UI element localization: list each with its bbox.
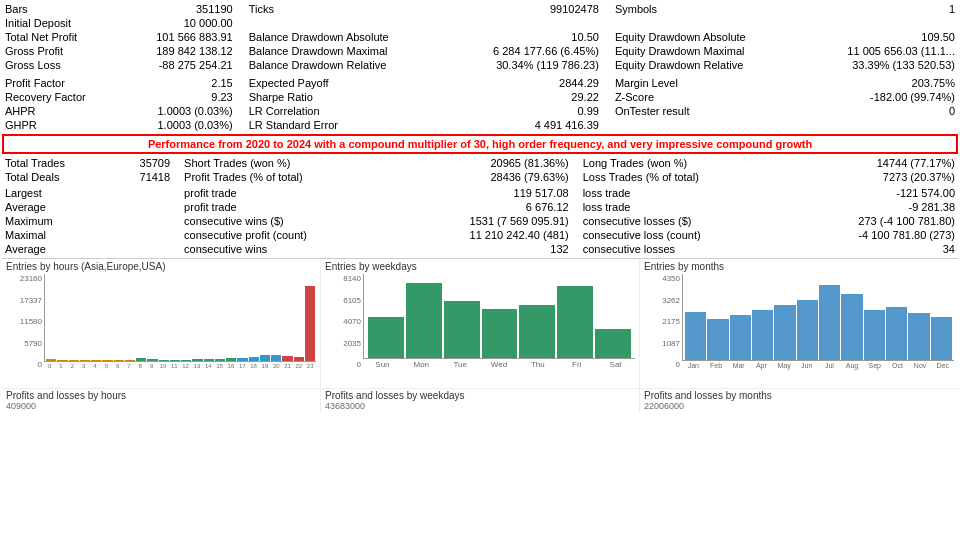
- trades-table: Total Trades 35709 Short Trades (won %) …: [2, 156, 958, 256]
- bar: [707, 319, 728, 360]
- bar: [444, 301, 480, 358]
- ontester-value: 0: [801, 104, 958, 118]
- trade-label-2: profit trade: [181, 186, 396, 200]
- trade-value-2: 20965 (81.36%): [396, 156, 571, 170]
- x-label: 3: [78, 363, 89, 369]
- bar: [69, 360, 79, 361]
- pl-hours-title: Profits and losses by hours: [6, 390, 316, 401]
- balance-dd-abs-label: Balance Drawdown Absolute: [246, 30, 448, 44]
- bar: [294, 357, 304, 361]
- trade-label-2: Short Trades (won %): [181, 156, 396, 170]
- weekdays-chart-area: [363, 274, 635, 359]
- ahpr-label: AHPR: [2, 104, 122, 118]
- x-label: 7: [123, 363, 134, 369]
- x-label: Sep: [863, 362, 886, 369]
- bar: [181, 360, 191, 361]
- bar: [595, 329, 631, 358]
- pl-weekdays-value: 43683000: [325, 401, 635, 411]
- trade-value-3: 7273 (20.37%): [787, 170, 958, 184]
- x-label: 4: [89, 363, 100, 369]
- gross-loss-label: Gross Loss: [2, 58, 122, 72]
- bars-value: 351190: [122, 2, 236, 16]
- x-label: 18: [248, 363, 259, 369]
- x-label: 20: [271, 363, 282, 369]
- bar: [147, 359, 157, 361]
- x-label: 17: [237, 363, 248, 369]
- bar: [192, 359, 202, 361]
- pl-weekdays-container: Profits and losses by weekdays 43683000: [321, 389, 640, 412]
- pl-weekdays-title: Profits and losses by weekdays: [325, 390, 635, 401]
- bar: [102, 360, 112, 361]
- bar: [368, 317, 404, 358]
- trade-row: Total Trades 35709 Short Trades (won %) …: [2, 156, 958, 170]
- trade-value-1: [112, 200, 173, 214]
- stats-row-ghpr: GHPR 1.0003 (0.03%) LR Standard Error 4 …: [2, 118, 958, 132]
- bar: [170, 360, 180, 361]
- ticks-value: 99102478: [447, 2, 601, 16]
- bar: [91, 360, 101, 361]
- bar: [819, 285, 840, 360]
- trade-label-3: Long Trades (won %): [580, 156, 787, 170]
- equity-dd-max-label: Equity Drawdown Maximal: [612, 44, 801, 58]
- trade-label-2: consecutive wins: [181, 242, 396, 256]
- x-label: 21: [282, 363, 293, 369]
- equity-dd-abs-value: 109.50: [801, 30, 958, 44]
- x-label: 15: [214, 363, 225, 369]
- bar: [114, 360, 124, 361]
- trade-value-2: 1531 (7 569 095.91): [396, 214, 571, 228]
- expected-payoff-label: Expected Payoff: [246, 76, 448, 90]
- x-label: Fri: [557, 360, 596, 369]
- net-profit-label: Total Net Profit: [2, 30, 122, 44]
- months-y-axis: 4350 3262 2175 1087 0: [644, 274, 682, 369]
- x-label: 8: [135, 363, 146, 369]
- bar: [80, 360, 90, 361]
- trade-value-1: [112, 214, 173, 228]
- bar: [519, 305, 555, 358]
- bar: [305, 286, 315, 361]
- x-label: May: [773, 362, 796, 369]
- trade-label-3: consecutive losses: [580, 242, 787, 256]
- trade-label-1: Average: [2, 200, 112, 214]
- deposit-label: Initial Deposit: [2, 16, 122, 30]
- bar: [271, 355, 281, 361]
- bar: [730, 315, 751, 360]
- trade-value-2: 28436 (79.63%): [396, 170, 571, 184]
- months-x-labels: JanFebMarAprMayJunJulAugSepOctNovDec: [682, 362, 954, 369]
- sharpe-ratio-label: Sharpe Ratio: [246, 90, 448, 104]
- z-score-label: Z-Score: [612, 90, 801, 104]
- hours-chart-title: Entries by hours (Asia,Europe,USA): [6, 261, 316, 272]
- bar: [406, 283, 442, 358]
- balance-dd-rel-label: Balance Drawdown Relative: [246, 58, 448, 72]
- x-label: 22: [293, 363, 304, 369]
- bar: [841, 294, 862, 360]
- weekdays-x-labels: SunMonTueWedThuFriSat: [363, 360, 635, 369]
- net-profit-value: 101 566 883.91: [122, 30, 236, 44]
- deposit-value: 10 000.00: [122, 16, 236, 30]
- trade-label-3: Loss Trades (% of total): [580, 170, 787, 184]
- equity-dd-rel-value: 33.39% (133 520.53): [801, 58, 958, 72]
- balance-dd-max-value: 6 284 177.66 (6.45%): [447, 44, 601, 58]
- trade-row: Average consecutive wins 132 consecutive…: [2, 242, 958, 256]
- bar: [46, 359, 56, 361]
- x-label: Sun: [363, 360, 402, 369]
- balance-dd-abs-value: 10.50: [447, 30, 601, 44]
- trade-value-3: 14744 (77.17%): [787, 156, 958, 170]
- trade-label-1: Largest: [2, 186, 112, 200]
- margin-level-value: 203.75%: [801, 76, 958, 90]
- bar: [125, 360, 135, 361]
- trade-label-1: Maximal: [2, 228, 112, 242]
- bar: [204, 359, 214, 361]
- trade-row: Maximal consecutive profit (count) 11 21…: [2, 228, 958, 242]
- trade-value-2: 11 210 242.40 (481): [396, 228, 571, 242]
- stats-row-profit-factor: Profit Factor 2.15 Expected Payoff 2844.…: [2, 76, 958, 90]
- bar: [282, 356, 292, 361]
- x-label: Dec: [931, 362, 954, 369]
- bar: [931, 317, 952, 360]
- bar: [226, 358, 236, 361]
- trade-label-1: Total Trades: [2, 156, 112, 170]
- gross-profit-value: 189 842 138.12: [122, 44, 236, 58]
- bar: [685, 312, 706, 360]
- bar: [797, 300, 818, 360]
- charts-section: Entries by hours (Asia,Europe,USA) 23160…: [2, 258, 958, 388]
- recovery-factor-value: 9.23: [122, 90, 236, 104]
